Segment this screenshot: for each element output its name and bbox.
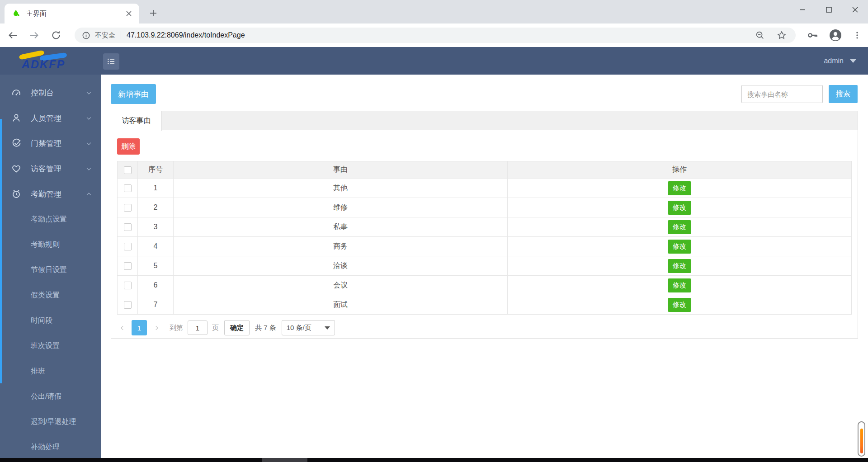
cell-no: 1 bbox=[138, 179, 174, 198]
sidebar-subitem-holiday-settings[interactable]: 节假日设置 bbox=[0, 257, 101, 283]
scrollbar-fill bbox=[860, 429, 863, 453]
delete-button[interactable]: 删除 bbox=[117, 138, 140, 155]
bookmark-star-icon[interactable] bbox=[777, 30, 787, 40]
sidebar-toggle-button[interactable] bbox=[103, 53, 119, 70]
select-caret-icon bbox=[325, 326, 330, 330]
alarm-clock-icon bbox=[11, 189, 22, 199]
zoom-out-icon[interactable] bbox=[755, 30, 765, 40]
visitor-reason-panel: 访客事由 删除 序号 事由 操作 1 其他 修改 bbox=[111, 111, 858, 339]
table-row: 7 面试 修改 bbox=[118, 295, 852, 315]
modify-button[interactable]: 修改 bbox=[668, 201, 691, 215]
sidebar-item-attendance[interactable]: 考勤管理 bbox=[0, 181, 101, 207]
person-icon bbox=[11, 113, 22, 123]
goto-page-input[interactable] bbox=[188, 321, 208, 335]
modify-button[interactable]: 修改 bbox=[668, 278, 691, 292]
sidebar-subitem-late-early-handling[interactable]: 迟到/早退处理 bbox=[0, 409, 101, 434]
window-maximize-button[interactable] bbox=[816, 0, 842, 19]
sidebar-item-console[interactable]: 控制台 bbox=[0, 80, 101, 105]
sidebar-subitem-makeup-attendance[interactable]: 补勤处理 bbox=[0, 434, 101, 458]
table-row: 3 私事 修改 bbox=[118, 217, 852, 237]
sidebar-subitem-scheduling[interactable]: 排班 bbox=[0, 358, 101, 384]
profile-avatar-icon[interactable] bbox=[829, 29, 842, 42]
window-close-button[interactable] bbox=[842, 0, 868, 19]
cell-reason: 商务 bbox=[174, 237, 508, 256]
sidebar-subitem-leave-type-settings[interactable]: 假类设置 bbox=[0, 283, 101, 308]
security-label[interactable]: 不安全 bbox=[95, 31, 115, 40]
next-page-icon[interactable] bbox=[151, 325, 161, 331]
sidebar-item-visitor[interactable]: 访客管理 bbox=[0, 156, 101, 181]
chevron-down-icon bbox=[85, 115, 92, 122]
sidebar-active-accent bbox=[0, 119, 2, 383]
forward-icon[interactable] bbox=[29, 30, 40, 41]
info-icon[interactable] bbox=[82, 31, 90, 40]
row-checkbox[interactable] bbox=[124, 262, 132, 270]
row-checkbox[interactable] bbox=[124, 223, 132, 231]
app-logo[interactable]: ADKFP bbox=[0, 47, 101, 75]
sidebar-subitem-attendance-point-settings[interactable]: 考勤点设置 bbox=[0, 207, 101, 232]
omnibox-divider bbox=[121, 31, 121, 39]
table-row: 2 维修 修改 bbox=[118, 198, 852, 217]
row-checkbox[interactable] bbox=[124, 184, 132, 192]
modify-button[interactable]: 修改 bbox=[668, 181, 691, 195]
cell-no: 4 bbox=[138, 237, 174, 256]
sidebar-subitem-time-period[interactable]: 时间段 bbox=[0, 308, 101, 333]
total-count-label: 共 7 条 bbox=[255, 324, 276, 332]
window-controls bbox=[789, 0, 868, 19]
current-page-button[interactable]: 1 bbox=[132, 320, 147, 335]
bottom-edge-bar bbox=[0, 458, 868, 462]
logo-text: ADKFP bbox=[22, 58, 65, 71]
select-all-checkbox[interactable] bbox=[124, 166, 132, 174]
app-header: ADKFP admin bbox=[0, 47, 868, 75]
row-checkbox[interactable] bbox=[124, 301, 132, 309]
sidebar-item-label: 访客管理 bbox=[31, 164, 85, 174]
sidebar-subitem-attendance-rules[interactable]: 考勤规则 bbox=[0, 232, 101, 257]
sidebar-subitem-shift-settings[interactable]: 班次设置 bbox=[0, 333, 101, 358]
url-text[interactable]: 47.103.9.22:8069/index/toIndexPage bbox=[127, 31, 755, 39]
scrollbar-thumb[interactable] bbox=[858, 421, 865, 457]
password-key-icon[interactable] bbox=[807, 29, 818, 41]
chevron-down-icon bbox=[85, 140, 92, 147]
user-menu[interactable]: admin bbox=[824, 47, 856, 75]
window-minimize-button[interactable] bbox=[789, 0, 816, 19]
hamburger-list-icon bbox=[107, 57, 116, 66]
back-icon[interactable] bbox=[7, 30, 18, 41]
address-bar[interactable]: 不安全 47.103.9.22:8069/index/toIndexPage bbox=[75, 28, 796, 43]
reload-icon[interactable] bbox=[51, 30, 61, 41]
panel-tabbar: 访客事由 bbox=[111, 111, 858, 130]
sidebar-item-label: 控制台 bbox=[31, 88, 85, 98]
cell-reason: 维修 bbox=[174, 198, 508, 217]
sidebar-item-personnel[interactable]: 人员管理 bbox=[0, 105, 101, 131]
bottom-edge-bar-segment bbox=[262, 458, 307, 462]
browser-tab[interactable]: 主界面 bbox=[5, 4, 139, 24]
tab-visitor-reason[interactable]: 访客事由 bbox=[111, 111, 162, 131]
row-checkbox[interactable] bbox=[124, 282, 132, 289]
cell-reason: 洽谈 bbox=[174, 256, 508, 276]
sidebar-item-label: 门禁管理 bbox=[31, 138, 85, 149]
sidebar-item-access-control[interactable]: 门禁管理 bbox=[0, 131, 101, 156]
modify-button[interactable]: 修改 bbox=[668, 240, 691, 254]
confirm-page-button[interactable]: 确定 bbox=[224, 320, 250, 335]
sidebar-subitem-business-leave[interactable]: 公出/请假 bbox=[0, 384, 101, 409]
cell-reason: 其他 bbox=[174, 179, 508, 198]
prev-page-icon[interactable] bbox=[117, 325, 127, 331]
page-size-select[interactable]: 10 条/页 bbox=[282, 320, 335, 335]
tab-close-icon[interactable] bbox=[124, 9, 134, 19]
add-reason-button[interactable]: 新增事由 bbox=[111, 84, 156, 104]
favicon-droplet-icon bbox=[12, 9, 21, 18]
goto-label: 到第 bbox=[170, 324, 183, 332]
cell-no: 3 bbox=[138, 217, 174, 237]
table-row: 5 洽谈 修改 bbox=[118, 256, 852, 276]
sidebar-nav: 控制台 人员管理 门禁管理 访客管理 考勤管理 bbox=[0, 75, 101, 458]
table-row: 1 其他 修改 bbox=[118, 179, 852, 198]
modify-button[interactable]: 修改 bbox=[668, 220, 691, 234]
cell-reason: 私事 bbox=[174, 217, 508, 237]
new-tab-button[interactable] bbox=[146, 5, 161, 21]
search-button[interactable]: 搜索 bbox=[829, 85, 858, 103]
modify-button[interactable]: 修改 bbox=[668, 298, 691, 312]
gauge-icon bbox=[11, 87, 22, 98]
modify-button[interactable]: 修改 bbox=[668, 259, 691, 273]
chrome-menu-icon[interactable] bbox=[853, 31, 862, 40]
row-checkbox[interactable] bbox=[124, 243, 132, 250]
search-input[interactable] bbox=[741, 85, 823, 103]
row-checkbox[interactable] bbox=[124, 204, 132, 212]
